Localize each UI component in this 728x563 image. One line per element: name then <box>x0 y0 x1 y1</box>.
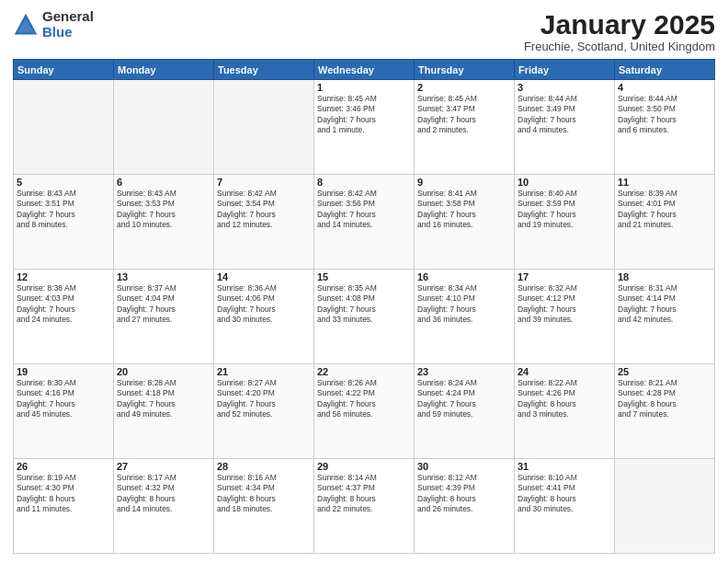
day-info: Sunrise: 8:12 AM Sunset: 4:39 PM Dayligh… <box>417 473 511 515</box>
day-number: 18 <box>618 271 711 282</box>
day-number: 10 <box>518 177 611 188</box>
week-row-3: 12Sunrise: 8:38 AM Sunset: 4:03 PM Dayli… <box>14 270 715 364</box>
day-info: Sunrise: 8:16 AM Sunset: 4:34 PM Dayligh… <box>217 473 311 515</box>
day-info: Sunrise: 8:27 AM Sunset: 4:20 PM Dayligh… <box>217 378 311 420</box>
day-info: Sunrise: 8:44 AM Sunset: 3:50 PM Dayligh… <box>618 94 711 136</box>
col-monday: Monday <box>114 60 214 80</box>
col-sunday: Sunday <box>14 60 114 80</box>
calendar-cell: 20Sunrise: 8:28 AM Sunset: 4:18 PM Dayli… <box>114 364 214 459</box>
calendar-cell: 11Sunrise: 8:39 AM Sunset: 4:01 PM Dayli… <box>615 175 715 270</box>
logo-icon <box>13 12 39 38</box>
day-info: Sunrise: 8:42 AM Sunset: 3:56 PM Dayligh… <box>317 189 411 231</box>
day-info: Sunrise: 8:37 AM Sunset: 4:04 PM Dayligh… <box>117 283 210 326</box>
calendar-cell <box>114 80 214 175</box>
day-info: Sunrise: 8:28 AM Sunset: 4:18 PM Dayligh… <box>117 378 210 420</box>
logo-text: General Blue <box>42 9 94 40</box>
day-number: 13 <box>117 271 210 282</box>
day-info: Sunrise: 8:35 AM Sunset: 4:08 PM Dayligh… <box>317 283 411 326</box>
day-number: 19 <box>17 366 110 377</box>
calendar-cell: 26Sunrise: 8:19 AM Sunset: 4:30 PM Dayli… <box>14 459 114 554</box>
day-number: 21 <box>217 366 311 377</box>
day-number: 11 <box>618 177 711 188</box>
day-info: Sunrise: 8:31 AM Sunset: 4:14 PM Dayligh… <box>618 283 711 326</box>
week-row-2: 5Sunrise: 8:43 AM Sunset: 3:51 PM Daylig… <box>14 175 715 270</box>
day-number: 27 <box>117 461 210 472</box>
day-info: Sunrise: 8:42 AM Sunset: 3:54 PM Dayligh… <box>217 189 311 231</box>
calendar-cell: 15Sunrise: 8:35 AM Sunset: 4:08 PM Dayli… <box>314 270 415 364</box>
calendar-cell: 29Sunrise: 8:14 AM Sunset: 4:37 PM Dayli… <box>314 459 415 554</box>
calendar-cell: 8Sunrise: 8:42 AM Sunset: 3:56 PM Daylig… <box>314 175 415 270</box>
calendar-table: Sunday Monday Tuesday Wednesday Thursday… <box>13 59 715 554</box>
day-info: Sunrise: 8:40 AM Sunset: 3:59 PM Dayligh… <box>518 189 611 231</box>
day-info: Sunrise: 8:26 AM Sunset: 4:22 PM Dayligh… <box>317 378 411 420</box>
day-number: 15 <box>317 271 411 282</box>
calendar-cell: 16Sunrise: 8:34 AM Sunset: 4:10 PM Dayli… <box>415 270 515 364</box>
calendar-cell: 18Sunrise: 8:31 AM Sunset: 4:14 PM Dayli… <box>615 270 715 364</box>
logo-blue: Blue <box>42 25 94 40</box>
page: General Blue January 2025 Freuchie, Scot… <box>0 0 728 563</box>
week-row-5: 26Sunrise: 8:19 AM Sunset: 4:30 PM Dayli… <box>14 459 715 554</box>
calendar-cell: 19Sunrise: 8:30 AM Sunset: 4:16 PM Dayli… <box>14 364 114 459</box>
day-number: 28 <box>217 461 311 472</box>
day-info: Sunrise: 8:43 AM Sunset: 3:53 PM Dayligh… <box>117 189 210 231</box>
calendar-cell: 25Sunrise: 8:21 AM Sunset: 4:28 PM Dayli… <box>615 364 715 459</box>
day-info: Sunrise: 8:22 AM Sunset: 4:26 PM Dayligh… <box>518 378 611 420</box>
day-info: Sunrise: 8:30 AM Sunset: 4:16 PM Dayligh… <box>17 378 110 420</box>
day-number: 29 <box>317 461 411 472</box>
calendar-cell: 22Sunrise: 8:26 AM Sunset: 4:22 PM Dayli… <box>314 364 415 459</box>
calendar-cell: 10Sunrise: 8:40 AM Sunset: 3:59 PM Dayli… <box>515 175 615 270</box>
calendar-cell: 7Sunrise: 8:42 AM Sunset: 3:54 PM Daylig… <box>214 175 314 270</box>
day-info: Sunrise: 8:24 AM Sunset: 4:24 PM Dayligh… <box>417 378 511 420</box>
day-info: Sunrise: 8:32 AM Sunset: 4:12 PM Dayligh… <box>518 283 611 326</box>
day-number: 12 <box>17 271 110 282</box>
days-header-row: Sunday Monday Tuesday Wednesday Thursday… <box>14 60 715 80</box>
calendar-cell: 2Sunrise: 8:45 AM Sunset: 3:47 PM Daylig… <box>415 80 515 175</box>
day-number: 5 <box>17 177 110 188</box>
col-thursday: Thursday <box>415 60 515 80</box>
day-info: Sunrise: 8:36 AM Sunset: 4:06 PM Dayligh… <box>217 283 311 326</box>
calendar-cell <box>615 459 715 554</box>
col-wednesday: Wednesday <box>314 60 415 80</box>
day-number: 20 <box>117 366 210 377</box>
title-block: January 2025 Freuchie, Scotland, United … <box>524 9 715 53</box>
day-number: 1 <box>317 82 411 93</box>
col-saturday: Saturday <box>615 60 715 80</box>
header: General Blue January 2025 Freuchie, Scot… <box>13 9 715 53</box>
day-info: Sunrise: 8:45 AM Sunset: 3:46 PM Dayligh… <box>317 94 411 136</box>
calendar-cell <box>14 80 114 175</box>
col-friday: Friday <box>515 60 615 80</box>
week-row-4: 19Sunrise: 8:30 AM Sunset: 4:16 PM Dayli… <box>14 364 715 459</box>
day-number: 31 <box>518 461 611 472</box>
calendar-cell: 4Sunrise: 8:44 AM Sunset: 3:50 PM Daylig… <box>615 80 715 175</box>
calendar-cell: 28Sunrise: 8:16 AM Sunset: 4:34 PM Dayli… <box>214 459 314 554</box>
calendar-cell: 6Sunrise: 8:43 AM Sunset: 3:53 PM Daylig… <box>114 175 214 270</box>
calendar-cell: 3Sunrise: 8:44 AM Sunset: 3:49 PM Daylig… <box>515 80 615 175</box>
day-info: Sunrise: 8:34 AM Sunset: 4:10 PM Dayligh… <box>417 283 511 326</box>
col-tuesday: Tuesday <box>214 60 314 80</box>
calendar-cell: 5Sunrise: 8:43 AM Sunset: 3:51 PM Daylig… <box>14 175 114 270</box>
calendar-cell: 17Sunrise: 8:32 AM Sunset: 4:12 PM Dayli… <box>515 270 615 364</box>
day-number: 14 <box>217 271 311 282</box>
day-number: 26 <box>17 461 110 472</box>
calendar-cell: 27Sunrise: 8:17 AM Sunset: 4:32 PM Dayli… <box>114 459 214 554</box>
day-number: 9 <box>417 177 511 188</box>
day-number: 8 <box>317 177 411 188</box>
day-number: 2 <box>417 82 511 93</box>
calendar-cell: 12Sunrise: 8:38 AM Sunset: 4:03 PM Dayli… <box>14 270 114 364</box>
day-number: 16 <box>417 271 511 282</box>
calendar-cell: 30Sunrise: 8:12 AM Sunset: 4:39 PM Dayli… <box>415 459 515 554</box>
day-number: 22 <box>317 366 411 377</box>
day-info: Sunrise: 8:45 AM Sunset: 3:47 PM Dayligh… <box>417 94 511 136</box>
day-info: Sunrise: 8:19 AM Sunset: 4:30 PM Dayligh… <box>17 473 110 515</box>
day-info: Sunrise: 8:38 AM Sunset: 4:03 PM Dayligh… <box>17 283 110 326</box>
month-title: January 2025 <box>524 9 715 40</box>
day-info: Sunrise: 8:41 AM Sunset: 3:58 PM Dayligh… <box>417 189 511 231</box>
day-number: 17 <box>518 271 611 282</box>
day-number: 23 <box>417 366 511 377</box>
calendar-cell: 14Sunrise: 8:36 AM Sunset: 4:06 PM Dayli… <box>214 270 314 364</box>
calendar-cell: 21Sunrise: 8:27 AM Sunset: 4:20 PM Dayli… <box>214 364 314 459</box>
day-info: Sunrise: 8:10 AM Sunset: 4:41 PM Dayligh… <box>518 473 611 515</box>
week-row-1: 1Sunrise: 8:45 AM Sunset: 3:46 PM Daylig… <box>14 80 715 175</box>
day-info: Sunrise: 8:43 AM Sunset: 3:51 PM Dayligh… <box>17 189 110 231</box>
calendar-cell: 9Sunrise: 8:41 AM Sunset: 3:58 PM Daylig… <box>415 175 515 270</box>
